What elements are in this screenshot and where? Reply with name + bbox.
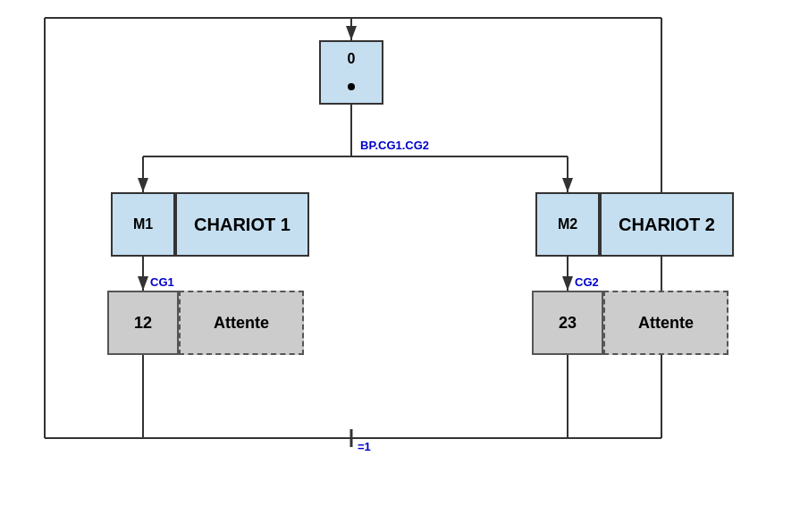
attente1-node: Attente bbox=[179, 291, 304, 355]
state12-node: 12 bbox=[107, 291, 179, 355]
initial-node-zero: 0 bbox=[348, 51, 356, 67]
diagram-svg bbox=[0, 0, 800, 532]
label-bp-cg1-cg2: BP.CG1.CG2 bbox=[360, 139, 429, 152]
m2-label: M2 bbox=[558, 216, 577, 232]
m2-node: M2 bbox=[535, 192, 600, 257]
chariot2-node: CHARIOT 2 bbox=[600, 192, 734, 257]
chariot1-label: CHARIOT 1 bbox=[194, 215, 291, 235]
label-eq1: =1 bbox=[358, 440, 371, 453]
diagram-container: 0 BP.CG1.CG2 M1 CHARIOT 1 CG1 12 Attente… bbox=[0, 0, 800, 532]
label-cg2: CG2 bbox=[575, 275, 599, 289]
attente2-node: Attente bbox=[603, 291, 728, 355]
state23-node: 23 bbox=[532, 291, 603, 355]
attente1-label: Attente bbox=[214, 314, 269, 333]
state23-label: 23 bbox=[559, 314, 577, 333]
m1-label: M1 bbox=[133, 216, 153, 232]
chariot1-node: CHARIOT 1 bbox=[175, 192, 309, 257]
m1-node: M1 bbox=[111, 192, 175, 257]
initial-node: 0 bbox=[319, 40, 383, 105]
initial-node-dot bbox=[348, 83, 355, 90]
attente2-label: Attente bbox=[638, 314, 694, 333]
chariot2-label: CHARIOT 2 bbox=[619, 215, 715, 235]
label-cg1: CG1 bbox=[150, 275, 174, 289]
state12-label: 12 bbox=[134, 314, 152, 333]
